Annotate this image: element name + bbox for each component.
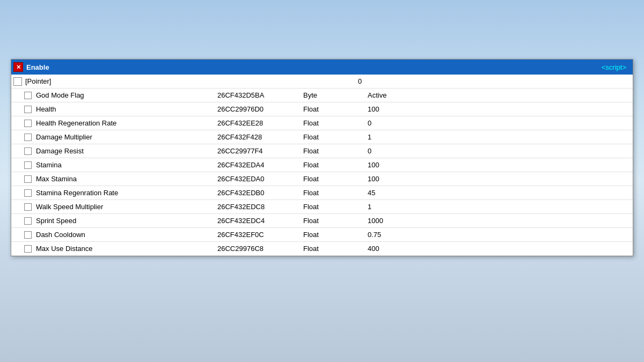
row-value-8: 1 bbox=[368, 203, 633, 211]
row-type-0: Byte bbox=[303, 91, 368, 99]
row-checkbox-10[interactable] bbox=[24, 231, 32, 239]
row-type-3: Float bbox=[303, 133, 368, 141]
row-address-7: 26CF432EDB0 bbox=[217, 189, 303, 197]
script-label: <script> bbox=[602, 63, 631, 71]
table-header: ✕ Enable <script> bbox=[11, 60, 633, 75]
row-value-9: 1000 bbox=[368, 217, 633, 225]
row-address-0: 26CF432D5BA bbox=[217, 91, 303, 99]
table-row: Health Regeneration Rate 26CF432EE28 Flo… bbox=[11, 116, 633, 130]
pointer-checkbox[interactable] bbox=[13, 77, 22, 86]
pointer-value: 0 bbox=[358, 77, 633, 85]
table-row: Stamina 26CF432EDA4 Float 100 bbox=[11, 158, 633, 172]
table-row: Max Stamina 26CF432EDA0 Float 100 bbox=[11, 172, 633, 186]
row-value-6: 100 bbox=[368, 175, 633, 183]
row-value-11: 400 bbox=[368, 245, 633, 253]
row-name-7: Stamina Regenration Rate bbox=[35, 189, 217, 197]
row-name-6: Max Stamina bbox=[35, 175, 217, 183]
table-row: Damage Resist 26CC29977F4 Float 0 bbox=[11, 144, 633, 158]
row-value-2: 0 bbox=[368, 119, 633, 127]
table-row: Sprint Speed 26CF432EDC4 Float 1000 bbox=[11, 214, 633, 228]
cheat-table: ✕ Enable <script> [Pointer] 0 God Mode F… bbox=[11, 59, 633, 256]
row-address-8: 26CF432EDC8 bbox=[217, 203, 303, 211]
row-name-1: Health bbox=[35, 105, 217, 113]
table-row: Health 26CC29976D0 Float 100 bbox=[11, 102, 633, 116]
row-address-5: 26CF432EDA4 bbox=[217, 161, 303, 169]
row-address-3: 26CF432F428 bbox=[217, 133, 303, 141]
table-row: Walk Speed Multiplier 26CF432EDC8 Float … bbox=[11, 200, 633, 214]
row-value-4: 0 bbox=[368, 147, 633, 155]
row-address-6: 26CF432EDA0 bbox=[217, 175, 303, 183]
table-body: [Pointer] 0 God Mode Flag 26CF432D5BA By… bbox=[11, 75, 633, 256]
row-value-5: 100 bbox=[368, 161, 633, 169]
table-row: Max Use Distance 26CC29976C8 Float 400 bbox=[11, 242, 633, 256]
table-row: Stamina Regenration Rate 26CF432EDB0 Flo… bbox=[11, 186, 633, 200]
row-name-5: Stamina bbox=[35, 161, 217, 169]
row-type-9: Float bbox=[303, 217, 368, 225]
row-name-2: Health Regeneration Rate bbox=[35, 119, 217, 127]
row-checkbox-0[interactable] bbox=[24, 92, 32, 99]
row-checkbox-1[interactable] bbox=[24, 106, 32, 113]
row-checkbox-3[interactable] bbox=[24, 134, 32, 141]
row-address-2: 26CF432EE28 bbox=[217, 119, 303, 127]
rows-container: God Mode Flag 26CF432D5BA Byte Active He… bbox=[11, 88, 633, 256]
row-name-10: Dash Cooldown bbox=[35, 231, 217, 239]
row-value-0: Active bbox=[368, 91, 633, 99]
row-value-1: 100 bbox=[368, 105, 633, 113]
row-type-6: Float bbox=[303, 175, 368, 183]
close-icon: ✕ bbox=[16, 64, 21, 71]
row-type-2: Float bbox=[303, 119, 368, 127]
pointer-row: [Pointer] 0 bbox=[11, 75, 633, 88]
row-address-4: 26CC29977F4 bbox=[217, 147, 303, 155]
row-checkbox-7[interactable] bbox=[24, 189, 32, 197]
row-checkbox-2[interactable] bbox=[24, 120, 32, 127]
row-type-7: Float bbox=[303, 189, 368, 197]
row-name-8: Walk Speed Multiplier bbox=[35, 203, 217, 211]
row-address-1: 26CC29976D0 bbox=[217, 105, 303, 113]
row-name-0: God Mode Flag bbox=[35, 91, 217, 99]
row-address-10: 26CF432EF0C bbox=[217, 231, 303, 239]
table-row: God Mode Flag 26CF432D5BA Byte Active bbox=[11, 88, 633, 102]
row-value-10: 0.75 bbox=[368, 231, 633, 239]
row-address-11: 26CC29976C8 bbox=[217, 245, 303, 253]
row-value-7: 45 bbox=[368, 189, 633, 197]
row-type-5: Float bbox=[303, 161, 368, 169]
enable-label: Enable bbox=[26, 63, 602, 71]
row-name-11: Max Use Distance bbox=[35, 245, 217, 253]
table-row: Damage Multiplier 26CF432F428 Float 1 bbox=[11, 130, 633, 144]
row-type-1: Float bbox=[303, 105, 368, 113]
row-name-4: Damage Resist bbox=[35, 147, 217, 155]
row-name-3: Damage Multiplier bbox=[35, 133, 217, 141]
row-checkbox-6[interactable] bbox=[24, 175, 32, 183]
row-type-11: Float bbox=[303, 245, 368, 253]
close-button[interactable]: ✕ bbox=[13, 62, 23, 72]
row-type-8: Float bbox=[303, 203, 368, 211]
row-checkbox-9[interactable] bbox=[24, 217, 32, 225]
row-checkbox-8[interactable] bbox=[24, 203, 32, 211]
row-checkbox-11[interactable] bbox=[24, 245, 32, 253]
row-value-3: 1 bbox=[368, 133, 633, 141]
row-name-9: Sprint Speed bbox=[35, 217, 217, 225]
row-checkbox-5[interactable] bbox=[24, 161, 32, 169]
pointer-label: [Pointer] bbox=[25, 77, 208, 85]
table-row: Dash Cooldown 26CF432EF0C Float 0.75 bbox=[11, 228, 633, 242]
row-address-9: 26CF432EDC4 bbox=[217, 217, 303, 225]
row-type-10: Float bbox=[303, 231, 368, 239]
row-type-4: Float bbox=[303, 147, 368, 155]
row-checkbox-4[interactable] bbox=[24, 147, 32, 155]
